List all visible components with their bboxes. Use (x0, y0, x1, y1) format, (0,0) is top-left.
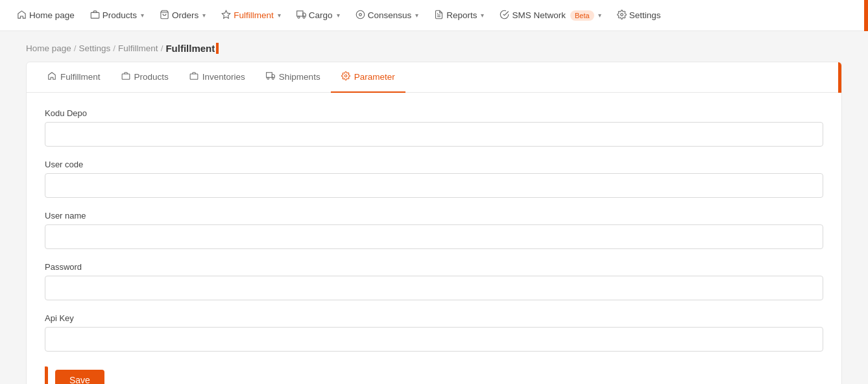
tabs-bar: Fulfillment Products Inventories Shipmen… (27, 62, 841, 93)
fulfillment-icon (221, 10, 231, 21)
main-card: Fulfillment Products Inventories Shipmen… (26, 62, 842, 384)
settings-icon (617, 10, 627, 21)
svg-marker-4 (303, 13, 306, 16)
form-group-user-name: User name (45, 211, 823, 249)
tab-products-icon (121, 71, 130, 82)
input-user-name[interactable] (45, 224, 823, 249)
check-circle-icon (500, 10, 509, 21)
consensus-icon (356, 10, 365, 21)
breadcrumb-separator: / (74, 43, 77, 53)
tab-fulfillment-label: Fulfillment (60, 72, 101, 82)
svg-point-6 (303, 16, 305, 18)
tab-inventories-label: Inventories (202, 72, 245, 82)
breadcrumb-separator: / (113, 43, 115, 53)
nav-accent-bar (864, 0, 868, 31)
svg-rect-0 (91, 12, 99, 18)
products-icon (90, 10, 100, 21)
reports-icon (434, 10, 444, 21)
tab-parameter-label: Parameter (354, 72, 395, 82)
nav-home[interactable]: Home page (10, 6, 81, 25)
svg-point-11 (620, 13, 623, 16)
form-group-password: Password (45, 262, 823, 300)
breadcrumb-settings[interactable]: Settings (79, 43, 111, 53)
tab-parameter[interactable]: Parameter (331, 62, 405, 93)
tab-products[interactable]: Products (111, 62, 179, 93)
nav-fulfillment[interactable]: Fulfillment ▾ (215, 6, 287, 25)
nav-orders[interactable]: Orders ▾ (153, 6, 212, 25)
svg-point-18 (344, 75, 347, 77)
form-actions: Save (45, 365, 823, 384)
svg-marker-15 (272, 75, 274, 78)
beta-badge: Beta (570, 10, 594, 21)
nav-consensus[interactable]: Consensus ▾ (349, 6, 426, 25)
home-icon (17, 10, 27, 21)
svg-point-16 (267, 77, 269, 79)
chevron-down-icon: ▾ (415, 12, 418, 19)
nav-cargo[interactable]: Cargo ▾ (290, 6, 346, 25)
tabs-wrapper: Fulfillment Products Inventories Shipmen… (27, 62, 841, 93)
svg-rect-13 (190, 74, 198, 79)
label-password: Password (45, 262, 823, 272)
orders-icon (160, 10, 169, 21)
svg-marker-2 (223, 10, 231, 18)
tab-inventories-icon (189, 71, 199, 82)
form-body: Kodu Depo User code User name Password A… (27, 93, 841, 384)
top-navigation: Home page Products ▾ Orders ▾ Fulfillmen… (0, 0, 868, 31)
tab-shipments-icon (266, 71, 275, 82)
breadcrumb-separator: / (161, 43, 163, 53)
input-api-key[interactable] (45, 327, 823, 352)
chevron-down-icon: ▾ (598, 12, 601, 19)
chevron-down-icon: ▾ (481, 12, 484, 19)
chevron-down-icon: ▾ (337, 12, 340, 19)
tab-shipments-label: Shipments (279, 72, 320, 82)
form-group-api-key: Api Key (45, 313, 823, 352)
nav-settings[interactable]: Settings (610, 6, 668, 25)
chevron-down-icon: ▾ (141, 12, 144, 19)
nav-sms-network[interactable]: SMS Network Beta ▾ (493, 6, 607, 25)
svg-point-5 (298, 16, 300, 18)
input-password[interactable] (45, 276, 823, 300)
svg-point-17 (272, 77, 274, 79)
tab-inventories[interactable]: Inventories (179, 62, 256, 93)
svg-point-8 (359, 13, 361, 16)
svg-rect-3 (296, 10, 302, 16)
label-user-code: User code (45, 160, 823, 169)
label-kodu-depo: Kodu Depo (45, 108, 823, 118)
tab-fulfillment-icon (47, 71, 56, 82)
breadcrumb-current: Fulfillment (165, 43, 215, 54)
tab-products-label: Products (134, 72, 169, 82)
label-user-name: User name (45, 211, 823, 221)
breadcrumb-fulfillment[interactable]: Fulfillment (118, 43, 158, 53)
chevron-down-icon: ▾ (278, 12, 281, 19)
save-button[interactable]: Save (55, 370, 104, 384)
label-api-key: Api Key (45, 313, 823, 323)
nav-products[interactable]: Products ▾ (84, 6, 151, 25)
svg-rect-12 (122, 74, 130, 79)
tab-fulfillment[interactable]: Fulfillment (37, 62, 111, 93)
input-kodu-depo[interactable] (45, 122, 823, 147)
svg-rect-14 (266, 73, 272, 78)
breadcrumb: Home page / Settings / Fulfillment / Ful… (0, 31, 868, 62)
form-group-user-code: User code (45, 160, 823, 198)
tab-parameter-icon (341, 71, 350, 82)
nav-reports[interactable]: Reports ▾ (428, 6, 490, 25)
input-user-code[interactable] (45, 173, 823, 198)
breadcrumb-home[interactable]: Home page (26, 43, 71, 53)
chevron-down-icon: ▾ (202, 12, 206, 19)
cargo-icon (296, 10, 306, 21)
svg-point-7 (356, 10, 365, 19)
tab-shipments[interactable]: Shipments (256, 62, 331, 93)
form-group-kodu-depo: Kodu Depo (45, 108, 823, 147)
